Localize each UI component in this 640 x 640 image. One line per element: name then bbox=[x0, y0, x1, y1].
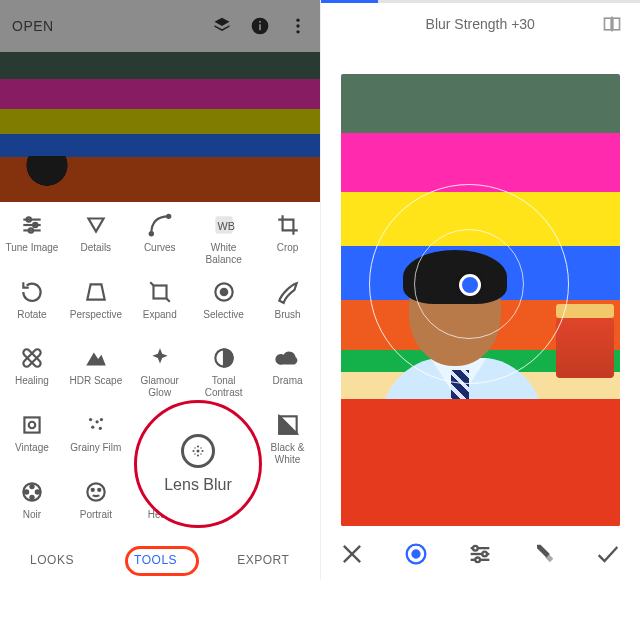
brush-icon bbox=[275, 279, 301, 305]
tool-grainy-film[interactable]: Grainy Film bbox=[64, 412, 128, 465]
lens-blur-icon[interactable] bbox=[181, 434, 215, 468]
mountain-icon bbox=[83, 345, 109, 371]
tool-black-white[interactable]: Black & White bbox=[256, 412, 320, 465]
svg-point-13 bbox=[149, 232, 152, 235]
svg-point-53 bbox=[197, 450, 200, 453]
sliders-icon bbox=[19, 212, 45, 238]
svg-point-54 bbox=[192, 450, 194, 452]
tool-healing[interactable]: Healing bbox=[0, 345, 64, 398]
svg-point-33 bbox=[100, 418, 103, 421]
edit-canvas[interactable] bbox=[341, 74, 621, 526]
wb-icon: WB bbox=[211, 212, 237, 238]
status-text: Blur Strength +30 bbox=[426, 16, 535, 32]
tool-label: Noir bbox=[23, 509, 41, 531]
svg-rect-63 bbox=[613, 18, 620, 30]
expand-crop-icon bbox=[147, 279, 173, 305]
tool-curves[interactable]: Curves bbox=[128, 212, 192, 265]
tool-label: Perspective bbox=[70, 309, 122, 331]
svg-rect-27 bbox=[24, 417, 39, 432]
cancel-button[interactable] bbox=[338, 540, 366, 568]
tool-details[interactable]: Details bbox=[64, 212, 128, 265]
svg-point-29 bbox=[89, 418, 92, 421]
svg-point-60 bbox=[194, 453, 196, 455]
svg-point-55 bbox=[201, 450, 203, 452]
svg-point-30 bbox=[95, 420, 98, 423]
tab-export[interactable]: EXPORT bbox=[237, 553, 289, 567]
tool-label: Expand bbox=[143, 309, 177, 331]
tool-crop[interactable]: Crop bbox=[256, 212, 320, 265]
svg-rect-62 bbox=[605, 18, 612, 30]
svg-point-40 bbox=[25, 490, 28, 493]
svg-point-39 bbox=[30, 496, 33, 499]
svg-point-59 bbox=[200, 447, 202, 449]
svg-point-74 bbox=[476, 558, 481, 563]
tool-perspective[interactable]: Perspective bbox=[64, 279, 128, 331]
tool-expand[interactable]: Expand bbox=[128, 279, 192, 331]
svg-point-73 bbox=[483, 552, 488, 557]
tool-label: Curves bbox=[144, 242, 176, 264]
curve-icon bbox=[147, 212, 173, 238]
tool-brush[interactable]: Brush bbox=[256, 279, 320, 331]
triangle-down-icon bbox=[83, 212, 109, 238]
svg-marker-25 bbox=[86, 353, 106, 366]
edit-bottom-bar bbox=[321, 528, 641, 580]
tool-label: HDR Scape bbox=[69, 375, 122, 397]
tool-empty bbox=[256, 479, 320, 531]
svg-point-28 bbox=[29, 422, 36, 429]
cloud-icon bbox=[275, 345, 301, 371]
tool-portrait[interactable]: Portrait bbox=[64, 479, 128, 531]
lens-blur-label: Lens Blur bbox=[164, 476, 232, 494]
svg-point-58 bbox=[194, 447, 196, 449]
tools-tab-highlight bbox=[125, 546, 199, 576]
svg-point-57 bbox=[197, 454, 199, 456]
target-icon bbox=[211, 279, 237, 305]
tool-label: Details bbox=[81, 242, 112, 264]
reel-icon bbox=[19, 479, 45, 505]
tool-label: Vintage bbox=[15, 442, 49, 464]
svg-point-38 bbox=[30, 485, 33, 488]
blur-focus-handle[interactable] bbox=[459, 274, 481, 296]
tool-glamour-glow[interactable]: Glamour Glow bbox=[128, 345, 192, 398]
tool-label: Glamour Glow bbox=[141, 375, 179, 398]
tool-label: Crop bbox=[277, 242, 299, 264]
sparkle-icon bbox=[147, 345, 173, 371]
tool-label: Grainy Film bbox=[70, 442, 121, 464]
crop-icon bbox=[275, 212, 301, 238]
rotate-icon bbox=[19, 279, 45, 305]
svg-marker-17 bbox=[87, 284, 104, 299]
tool-tonal-contrast[interactable]: Tonal Contrast bbox=[192, 345, 256, 398]
apply-button[interactable] bbox=[594, 540, 622, 568]
styles-button[interactable] bbox=[530, 540, 558, 568]
tool-tune-image[interactable]: Tune Image bbox=[0, 212, 64, 265]
svg-point-32 bbox=[99, 427, 102, 430]
tool-vintage[interactable]: Vintage bbox=[0, 412, 64, 465]
tool-drama[interactable]: Drama bbox=[256, 345, 320, 398]
bw-icon bbox=[275, 412, 301, 438]
lens-blur-highlight: Lens Blur bbox=[134, 400, 262, 528]
tool-hdr-scape[interactable]: HDR Scape bbox=[64, 345, 128, 398]
tool-white-balance[interactable]: WBWhite Balance bbox=[192, 212, 256, 265]
adjust-button[interactable] bbox=[466, 540, 494, 568]
tool-label: Drama bbox=[273, 375, 303, 397]
svg-point-56 bbox=[197, 445, 199, 447]
half-circle-icon bbox=[211, 345, 237, 371]
tool-label: White Balance bbox=[206, 242, 242, 265]
tab-looks[interactable]: LOOKS bbox=[30, 553, 74, 567]
blank-icon bbox=[275, 479, 301, 505]
dim-overlay bbox=[0, 0, 320, 202]
svg-text:WB: WB bbox=[217, 220, 234, 232]
tool-label: Portrait bbox=[80, 509, 112, 531]
focus-point-button[interactable] bbox=[402, 540, 430, 568]
svg-marker-12 bbox=[88, 219, 103, 232]
tool-label: Tonal Contrast bbox=[205, 375, 243, 398]
svg-line-20 bbox=[166, 299, 169, 302]
tool-noir[interactable]: Noir bbox=[0, 479, 64, 531]
compare-icon[interactable] bbox=[602, 14, 622, 37]
tool-label: Selective bbox=[203, 309, 244, 331]
face-icon bbox=[83, 479, 109, 505]
grain-icon bbox=[83, 412, 109, 438]
tool-rotate[interactable]: Rotate bbox=[0, 279, 64, 331]
svg-point-22 bbox=[220, 289, 227, 296]
perspective-icon bbox=[83, 279, 109, 305]
tool-selective[interactable]: Selective bbox=[192, 279, 256, 331]
